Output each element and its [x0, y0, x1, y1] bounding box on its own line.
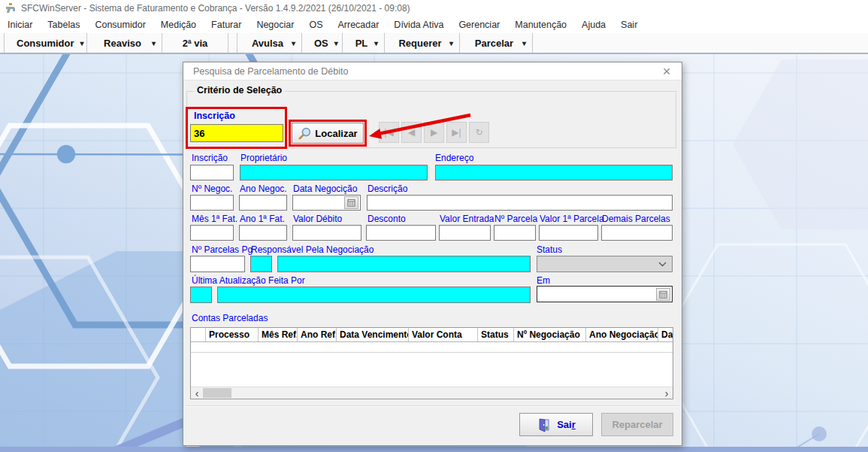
column-header-status: Status: [478, 328, 514, 341]
nav-last-icon[interactable]: ▶|: [446, 122, 467, 143]
screen: SFCWinServer - Sistema de Faturamento e …: [0, 0, 868, 452]
n-negoc-field[interactable]: [190, 195, 234, 211]
menu-item-faturar[interactable]: Faturar: [204, 18, 249, 32]
annotation-box-localizar: [289, 120, 367, 147]
field-label-n-negoc: Nº Negoc.: [192, 184, 232, 194]
valor-1-parcela-field[interactable]: [539, 225, 598, 241]
toolbar-separator: [228, 33, 237, 53]
menu-item-ajuda[interactable]: Ajuda: [574, 18, 613, 32]
menu-item-iniciar[interactable]: Iniciar: [0, 18, 40, 32]
toolbar-button-reaviso[interactable]: Reaviso ▾: [86, 33, 162, 53]
endereco-field: [435, 165, 673, 180]
calendar-button[interactable]: [344, 196, 358, 209]
field-label-em: Em: [537, 275, 550, 286]
toolbar-button-consumidor[interactable]: Consumidor ▾: [4, 33, 86, 53]
toolbar-button-avulsa[interactable]: Avulsa ▾: [237, 33, 301, 53]
window-titlebar: SFCWinServer - Sistema de Faturamento e …: [0, 0, 868, 17]
ano-1-fat-field[interactable]: [239, 225, 287, 241]
field-label-ano-negoc: Ano Negoc.: [240, 184, 287, 194]
nav-next-icon[interactable]: ▶: [424, 122, 444, 143]
desconto-field[interactable]: [366, 225, 436, 241]
menu-item-consumidor[interactable]: Consumidor: [87, 18, 153, 32]
horizontal-scrollbar[interactable]: ‹ ›: [191, 387, 673, 399]
exit-door-icon: [537, 417, 552, 432]
sair-button[interactable]: Sair: [519, 413, 593, 436]
menu-item-negociar[interactable]: Negociar: [249, 18, 301, 32]
field-label-endereco: Endereço: [435, 153, 473, 163]
field-label-status: Status: [537, 244, 562, 255]
grid-header-row: Processo Mês Ref. Ano Ref. Data Vencimen…: [191, 328, 673, 342]
column-header-processo: Processo: [206, 328, 259, 341]
field-label-valor-1-parcela: Valor 1ª Parcela: [540, 214, 604, 224]
scroll-right-icon[interactable]: ›: [661, 387, 673, 399]
dropdown-arrow-icon: ▾: [374, 39, 378, 47]
n-parcelas-pg-field[interactable]: [190, 256, 245, 272]
menu-item-medicao[interactable]: Medição: [153, 18, 204, 32]
toolbar-button-pl[interactable]: PL ▾: [342, 33, 384, 53]
proprietario-field: [240, 165, 428, 180]
reparcelar-button[interactable]: Reparcelar: [601, 413, 673, 436]
dropdown-arrow-icon: ▾: [449, 39, 453, 47]
column-header-ano-negociacao: Ano Negociação: [586, 328, 658, 341]
valor-debito-field[interactable]: [292, 225, 361, 241]
nav-previous-icon[interactable]: ◀: [401, 122, 422, 143]
demais-parcelas-field[interactable]: [601, 225, 673, 241]
nav-first-icon[interactable]: |◀: [379, 122, 399, 143]
field-label-valor-entrada: Valor Entrada: [440, 214, 494, 224]
annotation-box-inscricao: [186, 107, 287, 149]
record-navigator: |◀ ◀ ▶ ▶| ↻: [379, 122, 489, 143]
dropdown-arrow-icon: ▾: [522, 39, 526, 47]
menu-item-sair[interactable]: Sair: [613, 18, 645, 32]
toolbar-button-requerer[interactable]: Requerer ▾: [384, 33, 459, 53]
ano-negoc-field[interactable]: [239, 195, 287, 211]
toolbar-button-parcelar[interactable]: Parcelar ▾: [459, 33, 533, 53]
window-title: SFCWinServer - Sistema de Faturamento e …: [21, 3, 410, 14]
column-header-ano-ref: Ano Ref.: [298, 328, 337, 341]
valor-entrada-field[interactable]: [439, 225, 491, 241]
menu-item-tabelas[interactable]: Tabelas: [40, 18, 87, 32]
field-label-inscricao: Inscrição: [192, 153, 228, 163]
scroll-left-icon[interactable]: ‹: [191, 387, 203, 399]
menu-item-divida-ativa[interactable]: Dívida Ativa: [386, 18, 451, 32]
scrollbar-thumb[interactable]: [203, 388, 231, 398]
close-icon[interactable]: ×: [658, 63, 675, 80]
menu-bar: Iniciar Tabelas Consumidor Medição Fatur…: [0, 17, 868, 33]
sair-label: Sair: [557, 419, 576, 430]
menu-item-os[interactable]: OS: [301, 18, 330, 32]
calendar-icon: [347, 199, 355, 207]
toolbar-button-os[interactable]: OS ▾: [301, 33, 342, 53]
nav-refresh-icon[interactable]: ↻: [469, 122, 489, 143]
field-label-n-parcelas-pg: Nº Parcelas Pg: [192, 244, 253, 255]
contas-parceladas-grid: Processo Mês Ref. Ano Ref. Data Vencimen…: [190, 327, 673, 399]
menu-item-manutencao[interactable]: Manutenção: [507, 18, 574, 32]
em-field[interactable]: [537, 286, 673, 302]
ultima-atualizacao-codigo-field: [190, 287, 212, 303]
dropdown-arrow-icon: ▾: [292, 39, 295, 47]
column-header-data-vencimento: Data Vencimento: [337, 328, 409, 341]
dropdown-arrow-icon: ▾: [152, 39, 156, 47]
field-label-mes-1-fat: Mês 1ª Fat.: [192, 214, 237, 224]
chevron-down-icon: [658, 262, 667, 267]
calendar-button[interactable]: [656, 288, 670, 301]
column-header-valor-conta: Valor Conta: [409, 328, 478, 341]
toolbar-button-2a-via[interactable]: 2ª via: [162, 33, 228, 53]
menu-item-gerenciar[interactable]: Gerenciar: [451, 18, 507, 32]
mes-1-fat-field[interactable]: [190, 225, 234, 241]
dialog-pesquisa-parcelamento: Pesquisa de Parcelamento de Débito × Cri…: [183, 62, 682, 446]
field-label-valor-debito: Valor Débito: [293, 214, 342, 224]
field-label-responsavel: Responsável Pela Negociação: [251, 244, 374, 255]
field-label-data-negociacao: Data Negocição: [293, 184, 357, 194]
criteria-group-label: Critério de Seleção: [194, 85, 285, 96]
app-faucet-icon: [4, 2, 17, 14]
field-label-descricao: Descrição: [367, 184, 407, 194]
contas-parceladas-label: Contas Parceladas: [192, 313, 268, 323]
menu-item-arrecadar[interactable]: Arrecadar: [330, 18, 386, 32]
inscricao-field[interactable]: [190, 165, 234, 180]
column-header-mes-ref: Mês Ref.: [259, 328, 298, 341]
field-label-desconto: Desconto: [367, 214, 406, 224]
table-row: [191, 342, 673, 353]
bottom-separator: [186, 405, 679, 407]
status-dropdown[interactable]: [537, 256, 673, 272]
descricao-field[interactable]: [367, 195, 673, 211]
n-parcela-field[interactable]: [494, 225, 536, 241]
